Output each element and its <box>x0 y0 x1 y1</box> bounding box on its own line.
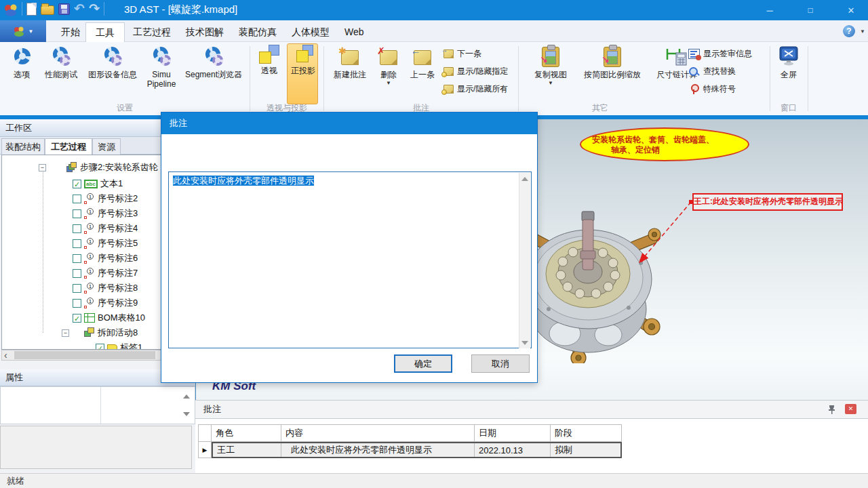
balloon-note-icon: 1 <box>84 283 95 293</box>
scroll-up-button[interactable] <box>518 173 532 184</box>
show-hide-specified-item[interactable]: 显示/隐藏指定 <box>443 64 508 79</box>
scroll-left-arrow[interactable]: ‹ <box>4 350 7 361</box>
row-selector[interactable]: ▶ <box>198 442 212 458</box>
checkbox-checked[interactable]: ✓ <box>96 344 104 350</box>
orthographic-button[interactable]: 正投影 <box>288 45 318 75</box>
annotation-text-area[interactable]: 此处安装时应将外壳零部件透明显示 <box>168 171 532 348</box>
next-annotation-item[interactable]: → 下一条 <box>443 46 481 61</box>
collapse-icon[interactable]: − <box>62 329 69 337</box>
cell-stage[interactable]: 拟制 <box>551 443 620 457</box>
column-header-date[interactable]: 日期 <box>475 424 551 442</box>
checkbox-checked[interactable]: ✓ <box>73 180 81 188</box>
new-annotation-button[interactable]: ✱ 新建批注 <box>330 45 370 79</box>
tab-resources[interactable]: 资源 <box>92 138 121 155</box>
scroll-down-button[interactable] <box>518 337 532 348</box>
column-header-content[interactable]: 内容 <box>281 424 475 442</box>
graphics-device-info-button[interactable]: 图形设备信息 <box>83 45 142 79</box>
cancel-button[interactable]: 取消 <box>471 354 530 373</box>
special-symbol-item[interactable]: 特殊符号 <box>688 81 736 96</box>
checkbox-unchecked[interactable] <box>73 209 81 218</box>
tree-node-balloon4[interactable]: 1 序号标注4 <box>73 222 138 235</box>
checkbox-unchecked[interactable] <box>73 269 81 278</box>
minimize-button[interactable]: ─ <box>754 0 785 20</box>
panel-close-button[interactable]: ✕ <box>845 404 856 414</box>
chevron-down-icon[interactable]: ▼ <box>548 80 553 86</box>
tab-assembly-sim[interactable]: 装配仿真 <box>229 22 286 42</box>
perspective-button[interactable]: 透视 <box>254 45 284 75</box>
checkbox-checked[interactable]: ✓ <box>73 314 81 323</box>
help-icon[interactable]: ? <box>843 25 855 37</box>
ribbon-group-settings: 选项 性能测试 图形设备信息 Simu Pipeline Segment浏览器 … <box>0 42 250 115</box>
previous-annotation-button[interactable]: ← 上一条 <box>406 45 439 79</box>
tree-node-balloon5[interactable]: 1 序号标注5 <box>73 237 138 250</box>
show-hide-all-item[interactable]: 显示/隐藏所有 <box>443 81 508 96</box>
annotation-dialog: 批注 此处安装时应将外壳零部件透明显示 确定 取消 <box>161 112 538 383</box>
checkbox-unchecked[interactable] <box>73 195 81 203</box>
undo-icon[interactable]: ↶ <box>74 2 85 16</box>
tree-node-label1[interactable]: ✓ 标签1 <box>96 341 142 350</box>
tree-node-balloon3[interactable]: 1 序号标注3 <box>73 207 138 220</box>
tree-node-balloon2[interactable]: 1 序号标注2 <box>73 192 138 205</box>
tab-process[interactable]: 工艺过程 <box>123 22 180 42</box>
comments-panel-header: 批注 ✕ <box>195 401 868 418</box>
scrollbar-thumb[interactable] <box>14 351 155 359</box>
copy-view-button[interactable]: ↘ 复制视图 ▼ <box>530 45 572 86</box>
cell-content[interactable]: 此处安装时应将外壳零部件透明显示 <box>281 443 475 457</box>
scale-by-sketch-button[interactable]: ↘ 按简图比例缩放 <box>576 45 649 79</box>
tab-start[interactable]: 开始 <box>52 22 90 42</box>
column-header-role[interactable]: 角色 <box>212 424 281 442</box>
dialog-title-bar[interactable]: 批注 <box>161 113 537 134</box>
tab-assembly-structure[interactable]: 装配结构 <box>1 138 45 155</box>
show-sign-info-item[interactable]: 显示签审信息 <box>688 46 752 61</box>
segment-browser-button[interactable]: Segment浏览器 <box>180 45 247 79</box>
collapse-icon[interactable]: − <box>39 164 46 171</box>
checkbox-unchecked[interactable] <box>73 254 81 263</box>
redo-icon[interactable]: ↷ <box>89 2 100 16</box>
cell-date[interactable]: 2022.10.13 <box>475 443 551 457</box>
delete-annotation-button[interactable]: ✗ 删除 ▼ <box>374 45 403 86</box>
checkbox-unchecked[interactable] <box>73 239 81 248</box>
chevron-down-icon[interactable]: ▼ <box>860 28 865 35</box>
column-header-stage[interactable]: 阶段 <box>551 424 622 442</box>
fullscreen-button[interactable]: 全屏 <box>773 45 804 79</box>
tab-tools[interactable]: 工具 <box>85 22 125 42</box>
scroll-up-button[interactable] <box>180 388 193 405</box>
close-button[interactable]: ✕ <box>835 0 867 20</box>
tab-process-tree[interactable]: 工艺过程 <box>45 138 92 155</box>
annotation-callout[interactable]: 王工:此处安装时应将外壳零部件透明显示 <box>692 193 843 211</box>
cell-role[interactable]: 王工 <box>213 443 281 457</box>
textarea-scrollbar[interactable] <box>519 173 530 348</box>
balloon-note-icon: 1 <box>84 223 95 234</box>
ok-button[interactable]: 确定 <box>394 354 452 373</box>
tree-node-balloon7[interactable]: 1 序号标注7 <box>73 266 138 280</box>
tab-web[interactable]: Web <box>335 22 374 42</box>
find-replace-item[interactable]: 查找替换 <box>688 64 736 79</box>
simu-pipeline-button[interactable]: Simu Pipeline <box>144 45 179 89</box>
open-file-icon[interactable] <box>41 5 54 15</box>
application-window: ↶ ↷ 3D AST - [螺旋桨.kmapd] ─ □ ✕ ▼ 开始 工具 工… <box>0 0 868 488</box>
options-button[interactable]: 选项 <box>4 45 39 79</box>
gears-icon <box>50 45 73 68</box>
checkbox-unchecked[interactable] <box>73 299 81 308</box>
properties-grid <box>0 386 195 424</box>
pin-icon[interactable] <box>827 405 836 415</box>
tree-node-disassembly8[interactable]: − 拆卸活动8 <box>62 326 138 340</box>
chevron-down-icon[interactable]: ▼ <box>386 80 391 86</box>
save-icon[interactable] <box>58 3 70 15</box>
tab-human-model[interactable]: 人体模型 <box>282 22 339 42</box>
maximize-button[interactable]: □ <box>795 0 826 20</box>
checkbox-unchecked[interactable] <box>73 224 81 233</box>
app-menu-button[interactable]: ▼ <box>0 20 46 42</box>
tree-node-balloon8[interactable]: 1 序号标注8 <box>73 281 138 295</box>
new-file-icon[interactable] <box>26 3 37 16</box>
tree-node-balloon6[interactable]: 1 序号标注6 <box>73 251 138 265</box>
checkbox-unchecked[interactable] <box>73 284 81 293</box>
tree-node-step2[interactable]: − 步骤2:安装轮系齿轮 <box>39 161 158 174</box>
scroll-down-button[interactable] <box>180 406 193 422</box>
tree-node-bom10[interactable]: ✓ BOM表格10 <box>73 311 145 325</box>
tree-node-text1[interactable]: ✓ abc 文本1 <box>73 177 123 190</box>
performance-test-button[interactable]: 性能测试 <box>41 45 81 79</box>
tree-node-balloon9[interactable]: 1 序号标注9 <box>73 296 138 310</box>
tab-tech-diagram[interactable]: 技术图解 <box>176 22 233 42</box>
symbol-pin-icon <box>688 84 700 94</box>
